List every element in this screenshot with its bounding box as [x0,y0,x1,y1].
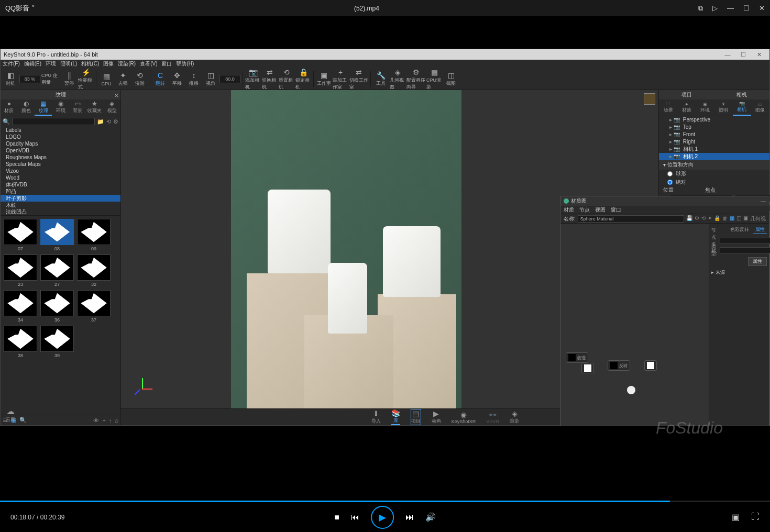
cloud-button[interactable]: ☁ 云库 [6,406,15,423]
star-icon[interactable]: ✦ [708,215,712,223]
maximize-icon[interactable]: ☐ [743,4,750,13]
search-input[interactable] [12,118,95,125]
radio-sphere[interactable]: 球形 [659,170,769,178]
prop-tab-props[interactable]: 属性 [753,226,767,234]
folder-item[interactable]: 体积VDB [1,181,120,188]
node-mix[interactable] [644,360,657,371]
tab-colors[interactable]: ◐颜色 [18,99,35,116]
camera-item[interactable]: ▸ 📷Perspective [659,116,769,124]
tb-add-studio[interactable]: +添加工作室 [333,69,348,90]
tb-add-cam[interactable]: 📷添加相机 [245,69,261,90]
menu-view[interactable]: 查看(V) [140,60,157,68]
menu-help[interactable]: 帮助(H) [176,60,194,68]
node-texture[interactable]: 纹理 [566,352,588,363]
dock-animation[interactable]: ▶动画 [432,409,441,425]
save-icon[interactable]: 💾 [686,215,692,223]
thumbnail[interactable]: 36 [40,290,74,323]
source-section[interactable]: ▸ 来源 [711,269,767,276]
menu-light[interactable]: 照明(L) [60,60,77,68]
ptab-image[interactable]: ▭图像 [751,99,769,116]
node-image[interactable] [581,363,594,373]
stop-button[interactable]: ■ [334,513,339,522]
camera-item[interactable]: ▸ 📷Top [659,124,769,131]
properties-button[interactable]: 属性 [748,257,767,266]
tab-favorites[interactable]: ★收藏夹 [86,99,104,116]
node-type-input[interactable] [720,247,770,253]
thumbnail[interactable]: 39 [40,326,74,358]
camera-item[interactable]: ▸ 📷相机 2 [659,153,769,160]
mat-name-input[interactable] [578,215,684,223]
folder-item[interactable]: OpenVDB [1,147,120,154]
play-button[interactable]: ▶ [371,506,394,529]
ptab-env[interactable]: ◉环境 [696,99,714,116]
tab-models[interactable]: ◈模型 [103,99,120,116]
menu-camera[interactable]: 相机(C) [81,60,99,68]
tb-cpu2[interactable]: ▦CPU [98,69,114,90]
tb-cpurender[interactable]: ▦CPU渲染 [426,69,442,90]
thumbnail[interactable]: 07 [4,219,37,251]
tb-pan[interactable]: ✥平移 [169,69,185,90]
ptab-material[interactable]: ●材质 [677,99,696,116]
tb-dolly[interactable]: ↕推移 [186,69,202,90]
angle-input[interactable] [219,75,240,83]
tb-switch-studio[interactable]: ⇄切换工作室 [349,69,368,90]
tb-tumble[interactable]: C翻转 [152,69,168,90]
folder-item[interactable]: Specular Maps [1,161,120,168]
tab-environments[interactable]: ◉环境 [52,99,69,116]
mat-menu-view[interactable]: 视图 [595,206,606,214]
lock2-icon[interactable]: 🔒 [714,215,720,223]
settings-icon[interactable]: ⚙ [113,118,118,125]
up-icon[interactable]: ↑ [109,417,112,424]
share-icon[interactable]: ▷ [712,4,718,13]
tb-studio[interactable]: ▣工作室 [316,69,332,90]
refresh-icon[interactable]: ⟲ [106,118,111,125]
menu-env[interactable]: 环境 [46,60,56,68]
mat-max-icon[interactable]: — [761,198,766,204]
menu-edit[interactable]: 编辑(E) [24,60,41,68]
tb-screenshot[interactable]: ◫截图 [443,69,459,90]
grid-icon[interactable]: ▦ [730,215,734,223]
dock-xr[interactable]: ◉KeyShotXR [452,411,476,424]
next-button[interactable]: ⏭ [405,513,414,522]
snapshot-icon[interactable]: ▣ [732,512,740,522]
folder-item[interactable]: LOGO [1,134,120,140]
camera-item[interactable]: ▸ 📷Right [659,138,769,146]
player-app-name[interactable]: QQ影音 ˅ [5,4,35,13]
dock-vr[interactable]: 👓VizVR [486,411,499,424]
tb-geo[interactable]: ◈几何视图 [390,69,405,90]
add-icon[interactable]: + [102,417,105,424]
tb-roam[interactable]: ⟲漫游 [132,69,148,90]
render-mode-icon[interactable] [644,93,655,105]
camera-item[interactable]: ▸ 📷相机 1 [659,146,769,153]
refresh2-icon[interactable]: ⟲ [701,215,706,223]
prop-tab-invert[interactable]: 色彩反转 [728,226,751,234]
thumbnail[interactable]: 38 [4,326,37,358]
tab-backplates[interactable]: ▭背景 [69,99,86,116]
tb-denoise[interactable]: ✦去噪 [115,69,131,90]
home-icon[interactable]: ⌂ [115,417,118,424]
mat-menu-node[interactable]: 节点 [579,206,590,214]
del-icon[interactable]: 🗑 [722,215,728,223]
menu-image[interactable]: 图像 [103,60,114,68]
ks-close-icon[interactable]: ✕ [752,51,766,58]
folder-icon[interactable]: 📁 [97,118,104,125]
geom-btn[interactable]: 几何视 [750,215,766,223]
ks-maximize-icon[interactable]: ☐ [736,51,751,58]
folder-item[interactable]: 法线凹凸 [1,208,120,215]
folder-item[interactable]: Wood [1,174,120,181]
ptab-scene[interactable]: ⬚场景 [659,99,677,116]
tb-cpu[interactable]: CPU 使用量 [41,69,60,90]
tab-materials[interactable]: ●材质 [1,99,18,116]
gear-icon[interactable]: ⚙ [695,215,699,223]
tab-textures[interactable]: ▦纹理 [35,99,52,116]
minimize-icon[interactable]: — [727,4,734,13]
tb-lock-cam[interactable]: 🔒锁定相机 [295,69,311,90]
dock-project[interactable]: ▤项目 [411,409,421,425]
tb-realtime[interactable]: ◧时机 [3,69,18,90]
tb-persp[interactable]: ◫视角 [203,69,218,90]
folder-item[interactable]: 叶子剪影 [1,195,120,202]
tb-tools[interactable]: 🔧工具 [373,69,389,90]
thumbnail[interactable]: 23 [4,254,37,287]
thumbnail[interactable]: 34 [4,290,37,323]
tb-pause[interactable]: ‖暂停 [61,69,77,90]
